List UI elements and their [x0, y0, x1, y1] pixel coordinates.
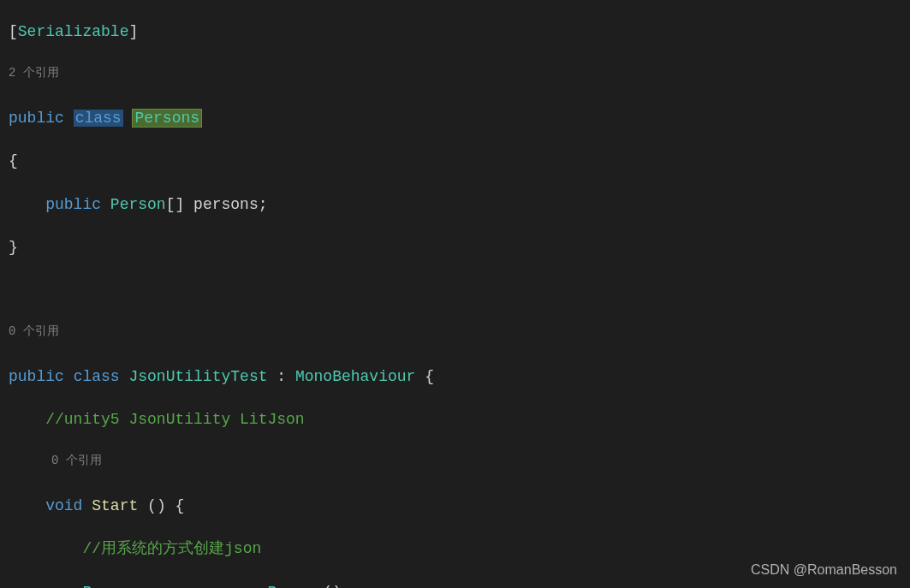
code-editor[interactable]: [Serializable] 2 个引用 public class Person… [0, 0, 910, 588]
code-line[interactable]: { [9, 151, 910, 172]
comment: //unity5 JsonUtility LitJson [45, 411, 304, 428]
gutter [0, 0, 7, 588]
references-hint[interactable]: 0 个引用 [9, 324, 910, 345]
class-name-persons: Persons [132, 109, 202, 128]
code-line[interactable]: //unity5 JsonUtility LitJson [9, 409, 910, 431]
class-name-jsonutilitytest: JsonUtilityTest [128, 368, 267, 385]
watermark: CSDN @RomanBesson [751, 561, 897, 579]
references-hint[interactable]: 0 个引用 [9, 453, 910, 474]
blank-line [9, 280, 910, 301]
references-hint[interactable]: 2 个引用 [9, 65, 910, 86]
type-monobehaviour: MonoBehaviour [295, 368, 415, 385]
code-line[interactable]: Person person = new Person(); [9, 582, 910, 589]
keyword-public: public [9, 110, 64, 127]
field-persons: persons [193, 196, 259, 213]
code-line[interactable]: [Serializable] [9, 21, 910, 43]
code-line[interactable]: } [9, 237, 910, 258]
comment: //用系统的方式创建json [82, 540, 261, 557]
method-start: Start [92, 497, 138, 514]
code-line[interactable]: public Person[] persons; [9, 194, 910, 216]
code-line[interactable]: public class Persons [9, 108, 910, 129]
code-line[interactable]: public class JsonUtilityTest : MonoBehav… [9, 366, 910, 388]
attribute-type: Serializable [18, 23, 129, 40]
type-person: Person [110, 196, 166, 213]
code-line[interactable]: void Start () { [9, 496, 910, 517]
code-line[interactable]: //用系统的方式创建json [9, 538, 910, 560]
keyword-void: void [45, 497, 82, 514]
keyword-class: class [74, 110, 123, 127]
